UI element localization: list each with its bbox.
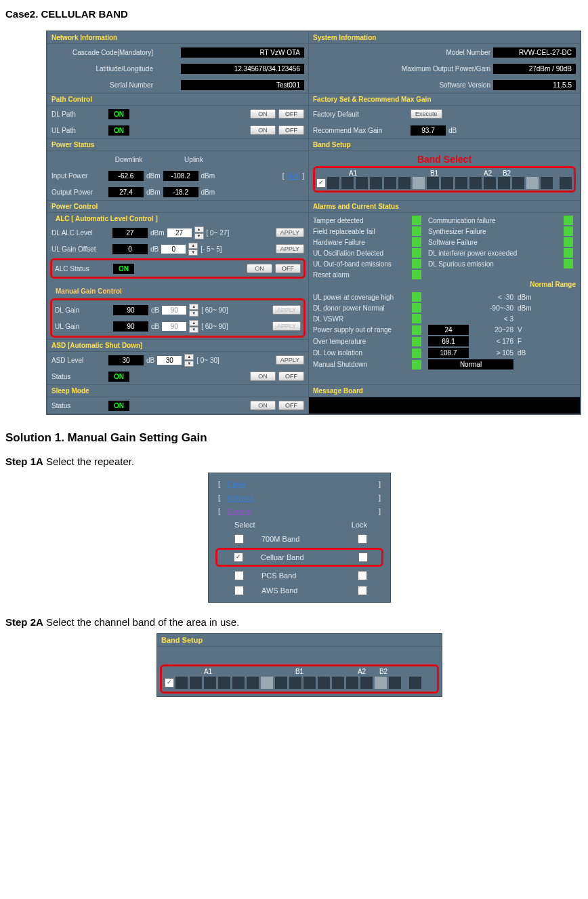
recommend-gain-label: Recommend Max Gain (313, 127, 408, 134)
alarm-tamper: Tamper detected (313, 217, 408, 224)
db-unit: dB (448, 127, 457, 134)
model-label: Model Number (313, 49, 490, 56)
step-1a: Step 1A Select the repeater. (5, 456, 588, 467)
step-band-b1: B1 (262, 668, 337, 675)
alc-on-button[interactable]: ON (247, 264, 272, 273)
asd-status-value: ON (108, 372, 129, 382)
control-link[interactable]: Control (227, 507, 251, 515)
execute-button[interactable]: Execute (411, 109, 442, 119)
ul-path-status: ON (108, 125, 129, 136)
dl-gain-apply-button[interactable]: APPLY (272, 305, 301, 315)
band-cellular-label: Celluar Band (250, 553, 352, 561)
alarm-ul-osc: UL Oscillation Detected (313, 249, 408, 257)
alarm-manual: Manual Shutdown (313, 361, 408, 368)
lock-700m-checkbox[interactable] (358, 534, 367, 544)
ul-path-on-button[interactable]: ON (250, 125, 276, 135)
latlon-label: Latitiude/Longitude (51, 65, 153, 73)
alarm-synth: Synthesizer Failure (428, 228, 560, 235)
lock-pcs-checkbox[interactable] (358, 571, 367, 580)
step-band-a2: A2 (356, 668, 368, 675)
dbm-unit: dBm (146, 172, 161, 180)
alarm-comm: Communication failure (428, 217, 560, 224)
alarm-dl-spur: DL Spurious emission (428, 260, 560, 268)
alarm-dl-vswr: DL VSWR (313, 315, 408, 323)
alarm-temp: Over temperature (313, 338, 408, 345)
sleep-status-label: Status (51, 402, 106, 409)
output-dl-value: 27.4 (108, 187, 144, 197)
ba-link[interactable]: B/A (288, 172, 299, 180)
band-select-annotation: Band Select (313, 154, 576, 165)
sleep-on-button[interactable]: ON (250, 401, 276, 410)
input-ul-value: -108.2 (163, 171, 198, 181)
ul-gain-input[interactable]: 90 (162, 322, 186, 331)
band-select-step-highlight: A1 B1 A2 B2 (160, 664, 439, 694)
alarm-iso: DL Low isolation (313, 349, 408, 357)
asd-level-value: 30 (108, 355, 144, 365)
asd-off-button[interactable]: OFF (278, 372, 304, 381)
ul-offset-input[interactable]: 0 (161, 245, 186, 254)
band-master-checkbox[interactable] (316, 178, 326, 188)
step-band-master-checkbox[interactable] (165, 678, 174, 687)
alc-status-label: ALC Status (55, 265, 110, 273)
dl-gain-label: DL Gain (55, 306, 110, 314)
select-pcs-checkbox[interactable] (234, 571, 244, 580)
ul-gain-range: [ 60~ 90] (201, 323, 228, 330)
main-config-panel: Network Information Cascade Code[Mandato… (46, 31, 581, 415)
dl-alc-input[interactable]: 27 (167, 228, 192, 237)
ul-gain-apply-button[interactable]: APPLY (272, 321, 301, 331)
dl-alc-range: [ 0~ 27] (207, 229, 230, 237)
dl-gain-input[interactable]: 90 (162, 306, 186, 315)
stepper-icon[interactable]: ▲▼ (194, 226, 204, 239)
alarm-field: Field replaceable fail (313, 228, 408, 235)
latlon-value: 12.345678/34.123456 (181, 64, 304, 74)
dl-alc-value: 27 (112, 228, 148, 238)
swver-label: Software Version (313, 81, 490, 89)
band-setup-title: Band Setup (309, 139, 580, 151)
select-700m-checkbox[interactable] (234, 534, 244, 544)
dl-path-on-button[interactable]: ON (250, 109, 276, 119)
select-aws-checkbox[interactable] (234, 586, 244, 595)
maxpower-value: 27dBm / 90dB (493, 64, 576, 74)
dl-path-off-button[interactable]: OFF (278, 109, 304, 119)
dl-path-label: DL Path (51, 111, 106, 118)
alc-status-highlight: ALC StatusONONOFF (50, 258, 306, 279)
ul-offset-apply-button[interactable]: APPLY (276, 244, 304, 254)
case-title: Case2. CELLULAR BAND (5, 8, 588, 20)
message-board-body (309, 397, 580, 414)
band-setup-step-title: Band Setup (157, 634, 442, 647)
psu-value: 24 (428, 325, 469, 335)
ul-offset-range: [- 5~ 5] (201, 245, 222, 253)
clock-link[interactable]: Clock (227, 480, 246, 488)
input-dl-value: -62.6 (108, 171, 144, 181)
alc-off-button[interactable]: OFF (275, 264, 301, 273)
lock-aws-checkbox[interactable] (358, 586, 367, 595)
lock-header: Lock (352, 521, 367, 529)
status-indicator (412, 216, 421, 225)
band-a2-label: A2 (482, 169, 494, 177)
lock-cellular-checkbox[interactable] (358, 553, 368, 562)
asd-on-button[interactable]: ON (250, 372, 276, 381)
network-link[interactable]: Network (227, 494, 254, 502)
input-power-label: Input Power (51, 172, 106, 180)
select-header: Select (234, 521, 261, 529)
temp-range: < 176 (473, 338, 513, 345)
alc-status-value: ON (113, 264, 134, 274)
asd-level-label: ASD Level (51, 357, 106, 364)
ul-gain-label: UL Gain (55, 323, 110, 330)
select-cellular-checkbox[interactable] (234, 553, 243, 562)
asd-title: ASD [Automatic Shut Down] (47, 340, 308, 352)
alarm-dl-intf: DL interferer power exceeded (428, 249, 560, 257)
recommend-gain-value: 93.7 (411, 125, 446, 136)
cellular-band-highlight: Celluar Band (215, 548, 383, 567)
dl-alc-apply-button[interactable]: APPLY (276, 228, 304, 237)
sleep-off-button[interactable]: OFF (278, 401, 304, 410)
power-status-title: Power Status (47, 139, 308, 151)
asd-apply-button[interactable]: APPLY (276, 355, 304, 365)
ul-path-off-button[interactable]: OFF (278, 125, 304, 135)
manual-gain-highlight: DL Gain90dB90▲▼[ 60~ 90]APPLY UL Gain90d… (50, 298, 306, 338)
psu-range: 20~28 (473, 326, 513, 334)
dl-vswr-range: < 3 (473, 315, 513, 323)
asd-level-input[interactable]: 30 (157, 356, 182, 365)
mgc-subtitle: Manual Gain Control (47, 285, 308, 297)
band-slot[interactable] (327, 177, 339, 189)
